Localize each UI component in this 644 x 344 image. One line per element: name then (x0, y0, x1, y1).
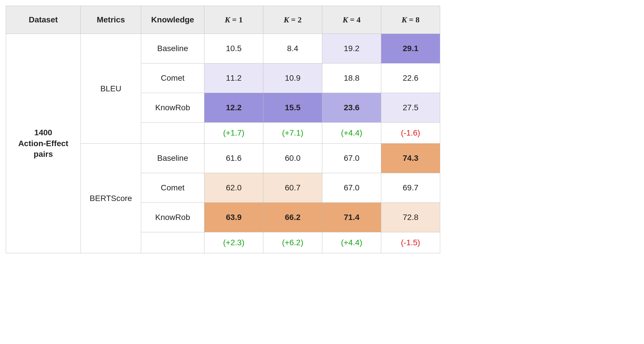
bleu-knowrob-k8: 27.5 (381, 93, 440, 123)
dataset-line2: Action-Effect (18, 139, 68, 148)
dataset-cell: 1400 Action-Effect pairs (6, 34, 81, 253)
col-k1: K = 1 (204, 6, 263, 34)
col-k2: K = 2 (263, 6, 322, 34)
bleu-delta-empty-knowledge (141, 123, 204, 144)
bleu-knowrob-k2: 15.5 (263, 93, 322, 123)
bert-comet-k4: 67.0 (322, 173, 381, 203)
knowledge-baseline: Baseline (141, 34, 204, 63)
bleu-baseline-k4: 19.2 (322, 34, 381, 63)
knowledge-comet: Comet (141, 173, 204, 203)
bert-delta-k4: (+4.4) (322, 232, 381, 253)
bert-knowrob-k2: 66.2 (263, 203, 322, 232)
bleu-delta-k1: (+1.7) (204, 123, 263, 144)
bleu-delta-k8: (-1.6) (381, 123, 440, 144)
bert-comet-k2: 60.7 (263, 173, 322, 203)
dataset-line1: 1400 (34, 128, 52, 137)
metric-bleu: BLEU (81, 34, 141, 144)
dataset-line3: pairs (34, 150, 53, 159)
metric-bertscore: BERTScore (81, 144, 141, 253)
bert-knowrob-k1: 63.9 (204, 203, 263, 232)
table-row: 1400 Action-Effect pairs BLEU Baseline 1… (6, 34, 440, 63)
table-header: Dataset Metrics Knowledge K = 1 K = 2 K … (6, 6, 440, 34)
knowledge-knowrob: KnowRob (141, 93, 204, 123)
bleu-delta-k4: (+4.4) (322, 123, 381, 144)
bert-knowrob-k4: 71.4 (322, 203, 381, 232)
results-table: Dataset Metrics Knowledge K = 1 K = 2 K … (6, 6, 440, 253)
bleu-comet-k8: 22.6 (381, 63, 440, 93)
bleu-baseline-k2: 8.4 (263, 34, 322, 63)
bert-delta-k1: (+2.3) (204, 232, 263, 253)
col-knowledge: Knowledge (141, 6, 204, 34)
bert-baseline-k1: 61.6 (204, 144, 263, 173)
knowledge-comet: Comet (141, 63, 204, 93)
bert-baseline-k2: 60.0 (263, 144, 322, 173)
bert-delta-empty-knowledge (141, 232, 204, 253)
bert-knowrob-k8: 72.8 (381, 203, 440, 232)
bleu-comet-k4: 18.8 (322, 63, 381, 93)
bert-comet-k1: 62.0 (204, 173, 263, 203)
bert-delta-k8: (-1.5) (381, 232, 440, 253)
col-dataset: Dataset (6, 6, 81, 34)
bleu-baseline-k1: 10.5 (204, 34, 263, 63)
bleu-comet-k2: 10.9 (263, 63, 322, 93)
bert-baseline-k8: 74.3 (381, 144, 440, 173)
knowledge-baseline: Baseline (141, 144, 204, 173)
bert-baseline-k4: 67.0 (322, 144, 381, 173)
col-k4: K = 4 (322, 6, 381, 34)
bleu-delta-k2: (+7.1) (263, 123, 322, 144)
knowledge-knowrob: KnowRob (141, 203, 204, 232)
col-metrics: Metrics (81, 6, 141, 34)
bleu-knowrob-k4: 23.6 (322, 93, 381, 123)
bleu-knowrob-k1: 12.2 (204, 93, 263, 123)
bleu-baseline-k8: 29.1 (381, 34, 440, 63)
bert-comet-k8: 69.7 (381, 173, 440, 203)
bert-delta-k2: (+6.2) (263, 232, 322, 253)
bleu-comet-k1: 11.2 (204, 63, 263, 93)
col-k8: K = 8 (381, 6, 440, 34)
